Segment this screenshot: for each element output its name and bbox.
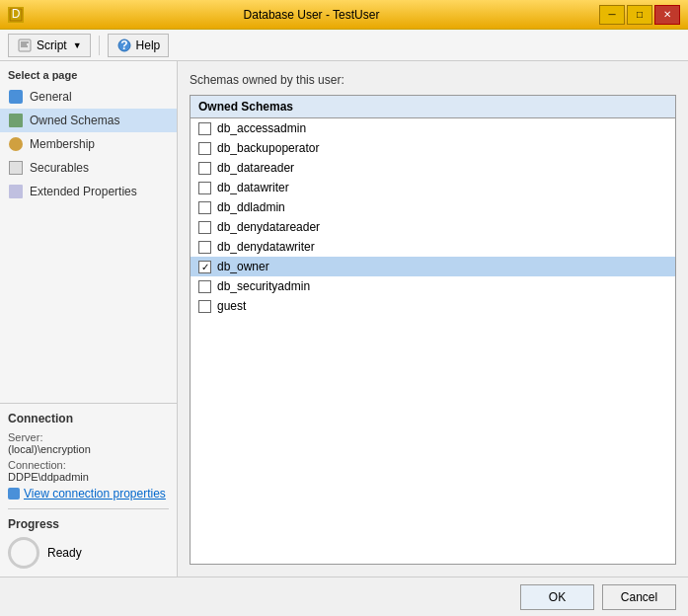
maximize-button[interactable]: □	[627, 5, 652, 25]
ok-button[interactable]: OK	[520, 584, 594, 610]
link-icon	[8, 488, 20, 500]
schemas-list: db_accessadmindb_backupoperatordb_datare…	[191, 118, 675, 564]
schema-checkbox[interactable]	[198, 122, 211, 135]
sidebar-label-general: General	[30, 90, 72, 104]
content-area: Select a page General Owned Schemas Memb…	[0, 61, 688, 577]
view-connection-text: View connection properties	[24, 487, 166, 500]
help-button[interactable]: ? Help	[108, 34, 170, 57]
svg-text:?: ?	[120, 38, 127, 52]
schema-name: db_denydatareader	[217, 220, 320, 234]
sidebar: Select a page General Owned Schemas Memb…	[0, 61, 178, 577]
svg-rect-2	[19, 39, 31, 51]
sidebar-label-owned-schemas: Owned Schemas	[30, 114, 119, 127]
sidebar-item-owned-schemas[interactable]: Owned Schemas	[0, 109, 177, 132]
footer: OK Cancel	[0, 577, 688, 616]
progress-indicator: Ready	[8, 537, 169, 569]
schema-row[interactable]: db_datareader	[191, 158, 675, 178]
script-label: Script	[37, 38, 67, 52]
schema-name: db_datawriter	[217, 181, 289, 194]
schema-name: db_backupoperator	[217, 141, 319, 155]
cancel-button[interactable]: Cancel	[602, 584, 676, 610]
help-icon: ?	[116, 38, 132, 53]
app-icon: D	[8, 7, 24, 23]
schema-checkbox[interactable]	[198, 142, 211, 155]
sidebar-label-membership: Membership	[30, 137, 95, 151]
window-controls: ─ □ ✕	[599, 5, 680, 25]
progress-circle	[8, 537, 39, 569]
schema-checkbox[interactable]	[198, 300, 211, 313]
owned-schemas-icon	[8, 113, 24, 128]
sidebar-section-title: Select a page	[0, 61, 177, 85]
script-dropdown-arrow: ▼	[73, 40, 82, 50]
schema-checkbox[interactable]	[198, 221, 211, 234]
general-icon	[8, 89, 24, 105]
minimize-button[interactable]: ─	[599, 5, 625, 25]
schema-checkbox[interactable]	[198, 162, 211, 175]
title-bar: D Database User - TestUser ─ □ ✕	[0, 0, 688, 30]
schema-row[interactable]: db_ddladmin	[191, 197, 675, 217]
window-title: Database User - TestUser	[24, 8, 599, 22]
script-button[interactable]: Script ▼	[8, 34, 91, 57]
connection-value: DDPE\ddpadmin	[8, 471, 169, 483]
schema-row[interactable]: db_owner	[191, 257, 675, 276]
main-panel: Schemas owned by this user: Owned Schema…	[178, 61, 688, 577]
main-container: Script ▼ ? Help Select a page General	[0, 30, 688, 616]
server-label: Server:	[8, 431, 169, 443]
schema-checkbox[interactable]	[198, 241, 211, 254]
securables-icon	[8, 160, 24, 176]
connection-title: Connection	[8, 412, 169, 425]
schema-row[interactable]: db_datawriter	[191, 178, 675, 197]
schema-name: guest	[217, 299, 246, 313]
svg-text:D: D	[12, 8, 21, 21]
membership-icon	[8, 136, 24, 152]
progress-status: Ready	[47, 546, 82, 560]
sidebar-label-securables: Securables	[30, 161, 89, 175]
help-label: Help	[136, 38, 161, 52]
extended-properties-icon	[8, 184, 24, 199]
toolbar: Script ▼ ? Help	[0, 30, 688, 61]
view-connection-link[interactable]: View connection properties	[8, 487, 169, 500]
schema-row[interactable]: db_backupoperator	[191, 138, 675, 158]
toolbar-separator	[99, 36, 100, 55]
panel-title: Schemas owned by this user:	[190, 73, 676, 87]
close-button[interactable]: ✕	[654, 5, 680, 25]
schema-row[interactable]: db_accessadmin	[191, 118, 675, 138]
schemas-box: Owned Schemas db_accessadmindb_backupope…	[190, 95, 676, 565]
sidebar-bottom: Connection Server: (local)\encryption Co…	[0, 403, 177, 577]
schema-checkbox[interactable]	[198, 261, 211, 273]
schema-checkbox[interactable]	[198, 201, 211, 214]
schema-row[interactable]: guest	[191, 296, 675, 316]
sidebar-item-membership[interactable]: Membership	[0, 132, 177, 156]
schema-name: db_denydatawriter	[217, 240, 315, 254]
schema-name: db_owner	[217, 260, 269, 273]
schema-name: db_datareader	[217, 161, 294, 175]
progress-title: Progress	[8, 517, 169, 531]
schema-row[interactable]: db_denydatawriter	[191, 237, 675, 257]
sidebar-label-extended-properties: Extended Properties	[30, 185, 137, 198]
sidebar-item-extended-properties[interactable]: Extended Properties	[0, 180, 177, 203]
connection-label: Connection:	[8, 459, 169, 471]
schema-row[interactable]: db_securityadmin	[191, 276, 675, 296]
schema-row[interactable]: db_denydatareader	[191, 217, 675, 237]
sidebar-item-securables[interactable]: Securables	[0, 156, 177, 180]
server-value: (local)\encryption	[8, 443, 169, 455]
schemas-box-header: Owned Schemas	[191, 96, 675, 118]
schema-name: db_accessadmin	[217, 121, 306, 135]
schema-checkbox[interactable]	[198, 182, 211, 194]
schema-checkbox[interactable]	[198, 280, 211, 293]
schema-name: db_securityadmin	[217, 279, 310, 293]
schema-name: db_ddladmin	[217, 200, 285, 214]
progress-section: Progress Ready	[8, 508, 169, 569]
sidebar-item-general[interactable]: General	[0, 85, 177, 109]
script-icon	[17, 38, 33, 53]
